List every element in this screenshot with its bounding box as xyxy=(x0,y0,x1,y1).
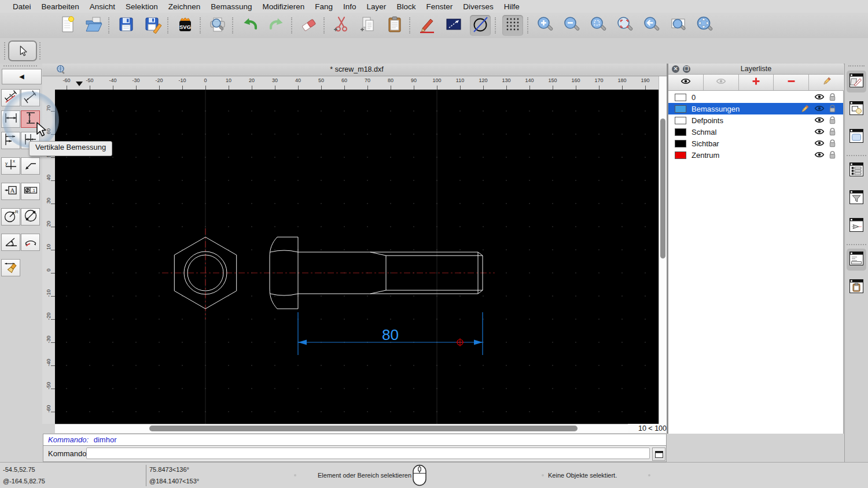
save-as-button[interactable] xyxy=(142,15,163,36)
zoom-in-button[interactable] xyxy=(535,15,556,36)
dock-clipboard-toggle-button[interactable] xyxy=(847,276,866,298)
menu-layer[interactable]: Layer xyxy=(362,2,392,11)
menu-zeichnen[interactable]: Zeichnen xyxy=(163,2,206,11)
menu-bearbeiten[interactable]: Bearbeiten xyxy=(36,2,84,11)
redo-button[interactable] xyxy=(266,15,287,36)
edit-layer-button[interactable] xyxy=(809,75,844,90)
toolbar-drag-handle[interactable] xyxy=(4,42,5,60)
layer-visibility-eye-icon[interactable] xyxy=(814,127,825,136)
line-tool-button[interactable] xyxy=(443,15,464,36)
palette-drag-handle[interactable] xyxy=(3,65,37,66)
zoom-pan-button[interactable] xyxy=(694,15,715,36)
dock-filter-toggle-button[interactable] xyxy=(847,187,866,209)
layer-color-swatch[interactable] xyxy=(675,94,686,101)
menu-block[interactable]: Block xyxy=(391,2,421,11)
menu-datei[interactable]: Datei xyxy=(8,2,36,11)
print-preview-button[interactable] xyxy=(207,15,228,36)
menu-fang[interactable]: Fang xyxy=(310,2,338,11)
dock-drag-handle[interactable] xyxy=(848,65,865,66)
menu-bemassung[interactable]: Bemassung xyxy=(205,2,257,11)
zoom-auto-button[interactable] xyxy=(588,15,609,36)
horizontal-scrollbar[interactable] xyxy=(55,424,628,433)
save-button[interactable] xyxy=(116,15,137,36)
layer-color-swatch[interactable] xyxy=(675,117,686,124)
dock-layer-list-toggle-button[interactable] xyxy=(847,71,866,93)
zoom-window-button[interactable] xyxy=(668,15,689,36)
svg-export-button[interactable]: SVG xyxy=(175,15,196,36)
layer-row-defpoints[interactable]: Defpoints xyxy=(668,114,843,126)
paste-button[interactable] xyxy=(384,15,405,36)
menu-info[interactable]: Info xyxy=(338,2,362,11)
dock-library-toggle-button[interactable] xyxy=(847,126,866,148)
layer-color-swatch[interactable] xyxy=(675,140,686,147)
zoom-selected-button[interactable] xyxy=(615,15,635,36)
vertical-scrollbar[interactable] xyxy=(659,76,667,424)
grid-toggle-button[interactable] xyxy=(502,15,523,36)
dim-diametric-tool[interactable] xyxy=(21,208,40,225)
delete-eraser-button[interactable] xyxy=(299,15,319,36)
dim-angular-tool[interactable] xyxy=(1,234,20,251)
pen-tool-button[interactable] xyxy=(417,15,437,36)
menu-selektion[interactable]: Selektion xyxy=(120,2,163,11)
dim-tolerance-tool[interactable]: .1 xyxy=(21,183,40,200)
cut-button[interactable] xyxy=(331,15,352,36)
dock-entity-list-toggle-button[interactable] xyxy=(847,160,866,182)
layer-row-zentrum[interactable]: Zentrum xyxy=(668,149,843,161)
toolbar-drag-handle[interactable] xyxy=(39,42,41,60)
toolbar-separator xyxy=(291,17,292,34)
layer-lock-icon[interactable] xyxy=(829,127,839,136)
menu-ansicht[interactable]: Ansicht xyxy=(84,2,120,11)
palette-back-button[interactable]: ◀ xyxy=(2,69,42,84)
v-ruler-tick xyxy=(51,319,55,320)
layer-row-bemassungen[interactable]: Bemassungen xyxy=(668,103,843,114)
add-layer-button[interactable] xyxy=(739,75,774,90)
copy-button[interactable] xyxy=(358,15,378,36)
horizontal-scrollbar-thumb[interactable] xyxy=(149,426,578,431)
layer-visibility-eye-icon[interactable] xyxy=(814,116,825,125)
remove-layer-button[interactable] xyxy=(774,75,809,90)
command-detach-button[interactable] xyxy=(652,448,665,461)
dock-separator xyxy=(847,155,866,156)
menu-hilfe[interactable]: Hilfe xyxy=(499,2,525,11)
dim-label-tool[interactable]: A xyxy=(1,183,20,200)
undo-button[interactable] xyxy=(240,15,260,36)
layer-row-0[interactable]: 0 xyxy=(668,91,843,103)
dim-edit-tool[interactable] xyxy=(1,259,20,276)
dim-leader-tool[interactable] xyxy=(21,157,40,175)
layer-visibility-eye-icon[interactable] xyxy=(814,93,825,102)
circle-tool-button[interactable] xyxy=(470,15,491,36)
hide-all-eye-button[interactable] xyxy=(704,75,739,90)
layer-lock-icon[interactable] xyxy=(829,104,839,113)
layer-lock-icon[interactable] xyxy=(829,93,839,102)
layer-edit-pencil-icon[interactable] xyxy=(800,104,810,113)
command-input[interactable] xyxy=(86,448,650,459)
drawing-canvas[interactable]: 80 xyxy=(55,90,659,424)
menu-diverses[interactable]: Diverses xyxy=(458,2,499,11)
layer-row-schmal[interactable]: Schmal xyxy=(668,126,843,138)
dock-pen-palette-toggle-button[interactable] xyxy=(847,215,866,237)
zoom-out-button[interactable] xyxy=(561,15,582,36)
layer-lock-icon[interactable] xyxy=(829,139,839,148)
open-file-button[interactable] xyxy=(83,15,104,36)
select-tool-button[interactable] xyxy=(8,40,37,61)
layer-visibility-eye-icon[interactable] xyxy=(814,139,825,148)
layer-color-swatch[interactable] xyxy=(675,151,686,159)
layer-lock-icon[interactable] xyxy=(829,150,839,160)
new-file-button[interactable] xyxy=(57,15,78,36)
vertical-scrollbar-thumb[interactable] xyxy=(660,119,665,258)
menu-modifizieren[interactable]: Modifizieren xyxy=(258,2,310,11)
dim-radial-tool[interactable]: R xyxy=(1,208,20,225)
layer-visibility-eye-icon[interactable] xyxy=(814,104,825,113)
layer-lock-icon[interactable] xyxy=(829,116,839,125)
dim-arc-tool[interactable] xyxy=(21,234,40,251)
layer-color-swatch[interactable] xyxy=(675,128,686,136)
layer-color-swatch[interactable] xyxy=(675,105,686,113)
dim-ordinate-tool[interactable]: xy xyxy=(1,157,20,175)
layer-visibility-eye-icon[interactable] xyxy=(814,150,825,160)
dock-block-list-toggle-button[interactable] xyxy=(847,98,866,120)
dock-command-toggle-button[interactable] xyxy=(847,249,866,271)
layer-row-sichtbar[interactable]: Sichtbar xyxy=(668,138,843,149)
show-all-eye-button[interactable] xyxy=(668,75,704,90)
menu-fenster[interactable]: Fenster xyxy=(421,2,458,11)
zoom-previous-button[interactable] xyxy=(641,15,662,36)
